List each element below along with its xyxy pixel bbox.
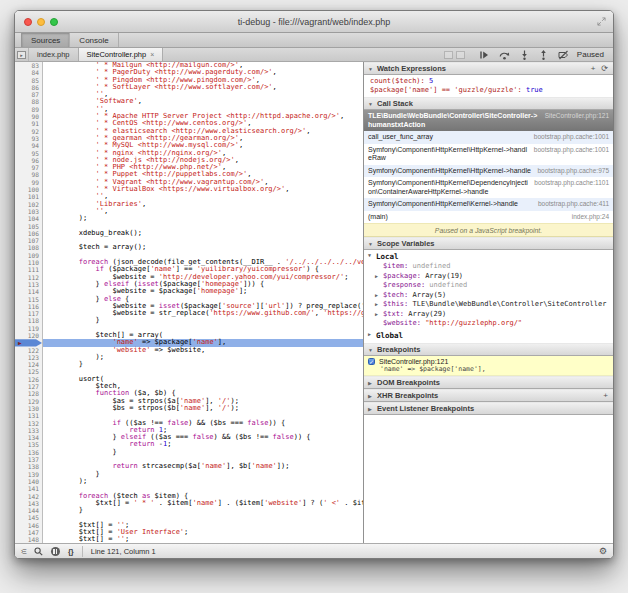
step-over-button[interactable] xyxy=(499,50,510,60)
scope-global-group[interactable]: ▶ Global xyxy=(364,329,613,341)
step-into-button[interactable] xyxy=(520,50,529,60)
dom-breakpoints-header[interactable]: ▶ DOM Breakpoints xyxy=(364,376,613,389)
hide-panel-icon[interactable] xyxy=(444,51,453,59)
add-xhr-breakpoint-icon[interactable]: + xyxy=(603,390,608,402)
line-number[interactable]: 146 xyxy=(15,522,42,529)
disclosure-triangle-icon[interactable]: ▶ xyxy=(368,403,372,415)
scope-variable-row[interactable]: ▶$tech: Array(5) xyxy=(364,291,613,301)
call-stack-frame[interactable]: SiteController.php:121TLE\Bundle\WebBund… xyxy=(364,110,613,131)
watch-expression-row[interactable]: count($tech): 5 xyxy=(364,77,613,86)
show-navigator-icon[interactable]: ▸ xyxy=(15,48,29,61)
line-number[interactable]: 109 xyxy=(15,252,42,259)
disclosure-triangle-icon[interactable]: ▶ xyxy=(368,331,371,337)
line-number[interactable]: 108 xyxy=(15,244,42,251)
line-number[interactable]: 86 xyxy=(15,84,42,91)
pretty-print-icon[interactable]: {} xyxy=(68,545,74,558)
line-number[interactable]: 122 xyxy=(15,347,42,354)
disclosure-triangle-icon[interactable]: ▼ xyxy=(368,98,373,110)
disclosure-triangle-icon[interactable]: ▶ xyxy=(375,291,378,301)
file-tab-sitecontroller-php[interactable]: SiteController.php × xyxy=(79,48,164,61)
pause-on-exceptions-icon[interactable] xyxy=(51,547,60,556)
line-number[interactable]: 137 xyxy=(15,456,42,463)
line-number[interactable]: 115 xyxy=(15,296,42,303)
step-out-button[interactable] xyxy=(539,50,548,60)
scope-variable-row[interactable]: $item: undefined xyxy=(364,262,613,272)
line-number[interactable]: 90 xyxy=(15,113,42,120)
line-number[interactable]: 127 xyxy=(15,383,42,390)
file-tab-index-php[interactable]: index.php xyxy=(29,48,79,61)
disclosure-triangle-icon[interactable]: ▼ xyxy=(368,252,371,258)
line-number[interactable]: 91 xyxy=(15,120,42,127)
line-number[interactable]: 85 xyxy=(15,77,42,84)
line-number[interactable]: 98 xyxy=(15,171,42,178)
tab-console[interactable]: Console xyxy=(70,33,118,47)
line-number[interactable]: 84 xyxy=(15,69,42,76)
line-number[interactable]: 94 xyxy=(15,142,42,149)
gear-icon[interactable]: ⚙ xyxy=(599,546,607,556)
line-number[interactable]: 95 xyxy=(15,150,42,157)
line-number[interactable]: 143 xyxy=(15,500,42,507)
scope-local-group[interactable]: ▼ Local xyxy=(364,250,613,262)
line-number[interactable]: 102 xyxy=(15,201,42,208)
code-editor[interactable]: 8384858687888990919293949596979899100101… xyxy=(15,62,363,543)
call-stack-frame[interactable]: bootstrap.php.cache:1001Symfony\Componen… xyxy=(364,144,613,165)
call-stack-frame[interactable]: bootstrap.php.cache:411Symfony\Component… xyxy=(364,198,613,211)
breakpoint-entry[interactable]: ✓ SiteController.php:121 'name' => $pack… xyxy=(364,356,613,376)
scope-variable-row[interactable]: ▶$txt: Array(29) xyxy=(364,310,613,320)
event-listener-breakpoints-header[interactable]: ▶ Event Listener Breakpoints xyxy=(364,402,613,415)
line-number[interactable]: 112 xyxy=(15,274,42,281)
close-tab-icon[interactable]: × xyxy=(150,51,154,58)
line-number[interactable]: 117 xyxy=(15,310,42,317)
disclosure-triangle-icon[interactable]: ▼ xyxy=(368,344,373,356)
call-stack-frame[interactable]: bootstrap.php.cache:975Symfony\Component… xyxy=(364,165,613,178)
breakpoint-checkbox[interactable]: ✓ xyxy=(368,358,375,365)
disclosure-triangle-icon[interactable]: ▶ xyxy=(375,300,378,310)
tab-sources[interactable]: Sources xyxy=(21,33,70,47)
line-number[interactable]: 138 xyxy=(15,463,42,470)
call-stack-frame[interactable]: bootstrap.php.cache:1001call_user_func_a… xyxy=(364,131,613,144)
line-number[interactable]: 142 xyxy=(15,493,42,500)
line-number[interactable]: 134 xyxy=(15,434,42,441)
split-view-icon[interactable] xyxy=(456,51,465,59)
line-number[interactable]: 87 xyxy=(15,91,42,98)
line-number[interactable]: 140 xyxy=(15,478,42,485)
title-bar[interactable]: ti-debug - file:///vagrant/web/index.php xyxy=(15,11,613,33)
call-stack-frame[interactable]: bootstrap.php.cache:1101Symfony\Componen… xyxy=(364,177,613,198)
line-number[interactable]: 123 xyxy=(15,354,42,361)
line-number[interactable]: 83 xyxy=(15,62,42,69)
minimize-window-button[interactable] xyxy=(37,18,45,26)
console-drawer-icon[interactable]: ›Ξ xyxy=(21,545,26,558)
line-number[interactable]: 118 xyxy=(15,317,42,324)
line-number[interactable]: 92 xyxy=(15,128,42,135)
execution-breakpoint-marker[interactable]: ▶ xyxy=(15,339,42,346)
line-number[interactable]: 131 xyxy=(15,412,42,419)
line-number[interactable]: 128 xyxy=(15,390,42,397)
line-number[interactable]: 129 xyxy=(15,398,42,405)
line-number[interactable]: 125 xyxy=(15,368,42,375)
add-watch-icon[interactable]: + xyxy=(591,63,596,75)
call-stack-frame[interactable]: index.php:24(main) xyxy=(364,211,613,224)
breakpoints-header[interactable]: ▼ Breakpoints xyxy=(364,343,613,356)
line-number[interactable]: 105 xyxy=(15,223,42,230)
xhr-breakpoints-header[interactable]: ▶ XHR Breakpoints + xyxy=(364,389,613,402)
fullscreen-icon[interactable] xyxy=(597,17,606,26)
line-number[interactable]: 104 xyxy=(15,215,42,222)
disclosure-triangle-icon[interactable]: ▶ xyxy=(375,272,378,282)
disclosure-triangle-icon[interactable]: ▼ xyxy=(368,63,373,75)
watch-expression-row[interactable]: $package['name'] == 'guzzle/guzzle': tru… xyxy=(364,86,613,95)
code-lines[interactable]: ' * Mailgun <http://mailgun.com/>', ' * … xyxy=(43,62,363,543)
line-number[interactable]: 93 xyxy=(15,135,42,142)
line-number[interactable]: 130 xyxy=(15,405,42,412)
call-stack-header[interactable]: ▼ Call Stack xyxy=(364,97,613,110)
search-icon[interactable] xyxy=(34,547,43,556)
watch-expressions-header[interactable]: ▼ Watch Expressions + ⟳ xyxy=(364,62,613,75)
line-number[interactable]: 101 xyxy=(15,193,42,200)
scope-variable-row[interactable]: $response: undefined xyxy=(364,281,613,291)
line-number[interactable]: 144 xyxy=(15,507,42,514)
line-number[interactable]: 136 xyxy=(15,449,42,456)
line-number[interactable]: 99 xyxy=(15,179,42,186)
disclosure-triangle-icon[interactable]: ▶ xyxy=(375,310,378,320)
line-number[interactable]: 132 xyxy=(15,420,42,427)
line-number[interactable]: 113 xyxy=(15,281,42,288)
refresh-watch-icon[interactable]: ⟳ xyxy=(601,63,608,75)
